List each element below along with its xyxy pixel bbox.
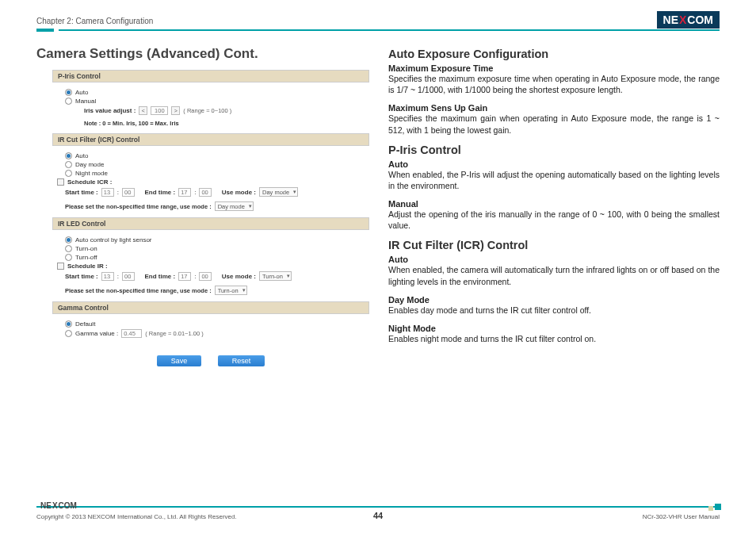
subheading-icr-auto: Auto bbox=[388, 255, 720, 264]
subheading-icr-night: Night Mode bbox=[388, 324, 720, 333]
manual-name: NCr-302-VHR User Manual bbox=[643, 513, 720, 520]
save-button[interactable]: Save bbox=[157, 355, 202, 366]
heading-piris: P-Iris Control bbox=[388, 144, 720, 156]
right-column: Auto Exposure Configuration Maximum Expo… bbox=[388, 46, 720, 366]
label-icr-day: Day mode bbox=[75, 161, 104, 168]
label-piris-manual: Manual bbox=[75, 98, 96, 105]
text-piris-auto: When enabled, the P-Iris will adjust the… bbox=[388, 169, 720, 191]
icr-use-mode-select[interactable]: Day mode bbox=[259, 187, 298, 197]
icr-help-text: Please set the non-specified time range,… bbox=[65, 203, 212, 210]
footer-left: NEXCOM Copyright © 2013 NEXCOM Internati… bbox=[36, 500, 237, 520]
ir-use-mode-select[interactable]: Turn-on bbox=[259, 271, 292, 281]
ir-start-min-input[interactable]: 00 bbox=[122, 272, 135, 281]
label-iris-adjust: Iris value adjust : bbox=[84, 107, 136, 114]
label-icr-end: End time : bbox=[144, 189, 175, 196]
radio-icr-auto[interactable] bbox=[65, 152, 72, 159]
iris-increase-button[interactable]: > bbox=[171, 106, 180, 115]
logo-text-post: COM bbox=[687, 13, 713, 26]
logo-text-pre: NE bbox=[663, 13, 678, 26]
ir-end-hour-input[interactable]: 17 bbox=[178, 272, 191, 281]
subheading-max-exposure: Maximum Exposure Time bbox=[388, 63, 720, 73]
ir-start-hour-input[interactable]: 13 bbox=[101, 272, 114, 281]
label-irled-on: Turn-on bbox=[75, 245, 97, 252]
copyright-text: Copyright © 2013 NEXCOM International Co… bbox=[36, 513, 237, 520]
label-irled-start: Start time : bbox=[65, 273, 98, 280]
heading-auto-exposure: Auto Exposure Configuration bbox=[388, 48, 720, 60]
label-irled-auto: Auto control by light sensor bbox=[75, 236, 152, 243]
label-icr-start: Start time : bbox=[65, 189, 98, 196]
label-icr-night: Night mode bbox=[75, 170, 108, 177]
label-iris-range: ( Range = 0~100 ) bbox=[183, 107, 231, 114]
ir-end-min-input[interactable]: 00 bbox=[199, 272, 212, 281]
text-icr-day: Enables day mode and turns the IR cut fi… bbox=[388, 305, 720, 316]
heading-icr: IR Cut Filter (ICR) Control bbox=[388, 239, 720, 251]
radio-icr-night[interactable] bbox=[65, 170, 72, 177]
icr-start-hour-input[interactable]: 13 bbox=[101, 188, 114, 197]
radio-gamma-value[interactable] bbox=[65, 330, 72, 337]
reset-button[interactable]: Reset bbox=[218, 355, 265, 366]
label-gamma-value: Gamma value : bbox=[75, 330, 118, 337]
iris-value-input[interactable]: 100 bbox=[151, 106, 168, 115]
irled-help-text: Please set the non-specified time range,… bbox=[65, 287, 212, 294]
radio-irled-on[interactable] bbox=[65, 245, 72, 252]
radio-irled-off[interactable] bbox=[65, 254, 72, 261]
text-max-sensup: Specifies the maximum gain when operatin… bbox=[388, 113, 720, 135]
page-footer: NEXCOM Copyright © 2013 NEXCOM Internati… bbox=[36, 500, 720, 520]
main-content: Camera Settings (Advanced) Cont. P-Iris … bbox=[0, 32, 756, 366]
ir-help-mode-select[interactable]: Turn-on bbox=[215, 286, 247, 295]
header-rule bbox=[36, 29, 720, 32]
icr-start-min-input[interactable]: 00 bbox=[122, 188, 135, 197]
subheading-piris-manual: Manual bbox=[388, 199, 720, 209]
icr-help-mode-select[interactable]: Day mode bbox=[215, 201, 254, 211]
label-schedule-icr: Schedule ICR : bbox=[67, 178, 112, 186]
text-icr-auto: When enabled, the camera will automatica… bbox=[388, 264, 720, 286]
label-gamma-default: Default bbox=[75, 320, 95, 328]
label-irled-end: End time : bbox=[144, 273, 175, 280]
text-piris-manual: Adjust the opening of the iris manually … bbox=[388, 209, 720, 231]
page-title: Camera Settings (Advanced) Cont. bbox=[36, 46, 369, 62]
radio-irled-auto[interactable] bbox=[65, 236, 72, 243]
piris-note: Note : 0 = Min. Iris, 100 = Max. Iris bbox=[84, 120, 365, 127]
label-piris-auto: Auto bbox=[75, 89, 88, 96]
iris-decrease-button[interactable]: < bbox=[139, 106, 147, 115]
label-irled-off: Turn-off bbox=[75, 254, 97, 261]
radio-piris-manual[interactable] bbox=[65, 98, 72, 105]
radio-gamma-default[interactable] bbox=[65, 320, 72, 328]
logo-x-icon: X bbox=[678, 13, 687, 26]
gamma-value-input[interactable]: 0.45 bbox=[121, 329, 142, 338]
subheading-max-sensup: Maximum Sens Up Gain bbox=[388, 103, 720, 113]
radio-piris-auto[interactable] bbox=[65, 89, 72, 96]
chapter-label: Chapter 2: Camera Configuration bbox=[36, 17, 153, 29]
panel-title-irled: IR LED Control bbox=[52, 217, 369, 230]
subheading-piris-auto: Auto bbox=[388, 159, 720, 169]
text-icr-night: Enables night mode and turns the IR cut … bbox=[388, 333, 720, 344]
label-gamma-range: ( Range = 0.01~1.00 ) bbox=[145, 330, 203, 337]
checkbox-schedule-ir[interactable] bbox=[57, 263, 64, 270]
checkbox-schedule-icr[interactable] bbox=[57, 178, 64, 186]
radio-icr-day[interactable] bbox=[65, 161, 72, 168]
settings-screenshot: P-Iris Control Auto Manual Iris value ad… bbox=[52, 70, 369, 346]
text-max-exposure: Specifies the maximum exposure time when… bbox=[388, 73, 720, 95]
label-icr-auto: Auto bbox=[75, 152, 88, 159]
page-number: 44 bbox=[373, 511, 383, 520]
label-icr-use: Use mode : bbox=[222, 189, 256, 196]
panel-title-icr: IR Cut Filter (ICR) Control bbox=[52, 133, 369, 146]
icr-end-min-input[interactable]: 00 bbox=[199, 188, 212, 197]
panel-title-piris: P-Iris Control bbox=[52, 70, 369, 82]
label-irled-use: Use mode : bbox=[222, 273, 256, 280]
subheading-icr-day: Day Mode bbox=[388, 295, 720, 305]
page-header: Chapter 2: Camera Configuration NEXCOM bbox=[0, 0, 756, 29]
brand-logo: NEXCOM bbox=[657, 11, 720, 29]
label-schedule-ir: Schedule IR : bbox=[67, 263, 108, 270]
icr-end-hour-input[interactable]: 17 bbox=[178, 188, 191, 197]
panel-title-gamma: Gamma Control bbox=[52, 301, 369, 314]
left-column: Camera Settings (Advanced) Cont. P-Iris … bbox=[36, 46, 369, 366]
